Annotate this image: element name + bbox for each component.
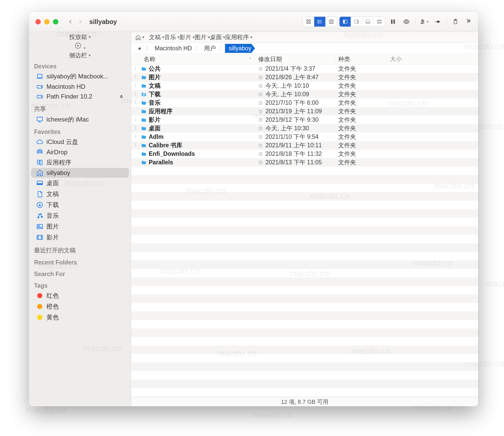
sidebar-item[interactable]: 影片: [31, 232, 129, 243]
view-column-button[interactable]: [326, 17, 337, 27]
sidebar-section-label: Search For: [29, 267, 131, 279]
sidebar-item[interactable]: siilyaboy的 Macbook...: [31, 71, 129, 82]
sidebar-item[interactable]: 下载: [31, 199, 129, 210]
file-name: 音乐: [149, 99, 161, 107]
favbar-label: 图片: [195, 33, 207, 41]
sidebar-left-button[interactable]: [340, 17, 351, 27]
sidebar-item[interactable]: 应用程序: [31, 157, 129, 168]
file-row[interactable]: 〉 公共 2021/1/4 下午 3:37 文件夹: [131, 64, 478, 73]
eject-icon[interactable]: [119, 93, 124, 100]
disclosure-icon[interactable]: 〉: [134, 66, 139, 71]
favbar-item[interactable]: 文稿▾: [149, 33, 164, 41]
svg-point-9: [318, 23, 318, 23]
disclosure-icon[interactable]: 〉: [134, 83, 139, 88]
sidebar-item[interactable]: iCloud 云盘: [31, 136, 129, 147]
file-row[interactable]: Parallels 2021/8/13 下午 11:05 文件夹: [131, 158, 478, 167]
quicklook-button[interactable]: [401, 17, 412, 27]
col-size-header[interactable]: 大小: [387, 55, 478, 63]
sidebar-right-button[interactable]: [351, 17, 362, 27]
sidebar-item[interactable]: 文稿: [31, 189, 129, 199]
path-crumb[interactable]: sillyaboy: [225, 44, 255, 53]
file-row[interactable]: Enfi_Downloads 2021/8/18 下午 11:32 文件夹: [131, 150, 478, 158]
disclosure-icon[interactable]: 〉: [134, 75, 139, 80]
file-row[interactable]: 〉 图片 2021/8/26 上午 8:47 文件夹: [131, 73, 478, 82]
view-list-button[interactable]: [314, 17, 326, 27]
crumb-label: Macintosh HD: [155, 45, 192, 52]
file-row[interactable]: 〉 Adlm 2021/1/10 下午 9:54 文件夹: [131, 133, 478, 141]
back-button[interactable]: [66, 17, 75, 27]
favbar-item[interactable]: 影片▾: [179, 33, 195, 41]
panel-bottom-button[interactable]: [362, 17, 374, 27]
burn-icon[interactable]: ▾: [29, 42, 131, 50]
col-kind-header[interactable]: 种类: [335, 54, 387, 64]
disclosure-icon[interactable]: 〉: [134, 134, 139, 140]
file-row[interactable]: 〉 Calibre 书库 2021/9/11 上午 10:11 文件夹: [131, 141, 478, 150]
file-name: Adlm: [149, 133, 164, 140]
favbar-item[interactable]: 应用程序▾: [225, 33, 252, 41]
file-list[interactable]: 〉 公共 2021/1/4 下午 3:37 文件夹 〉 图片 2021/8/26…: [131, 64, 478, 397]
panel-stack-button[interactable]: [374, 17, 385, 27]
sidebar-toggle[interactable]: 侧边栏 ▾: [29, 51, 131, 59]
disclosure-icon[interactable]: 〉: [134, 126, 139, 131]
svg-rect-1: [309, 20, 310, 21]
sidebar-item[interactable]: 图片: [31, 221, 129, 232]
sidebar-item[interactable]: 红色: [31, 290, 129, 301]
crumb-apple-icon[interactable]: [135, 45, 145, 52]
sidebar-item-label: siilyaboy的 Macbook...: [46, 72, 108, 80]
sidebar-item-label: Path Finder 10.2: [46, 93, 92, 100]
disclosure-icon[interactable]: 〉: [134, 92, 139, 97]
disclosure-icon[interactable]: 〉: [134, 100, 139, 106]
file-row[interactable]: 〉 下载 今天, 上午 10:09 文件夹: [131, 90, 478, 99]
col-name-header[interactable]: 名称 ⌃: [131, 54, 255, 64]
clock-icon: [258, 118, 263, 122]
folder-icon: [140, 160, 147, 165]
favbar-home-icon[interactable]: ▾: [135, 35, 144, 40]
favbar-item[interactable]: 音乐▾: [164, 33, 179, 41]
file-row[interactable]: 〉 桌面 今天, 上午 10:30 文件夹: [131, 124, 478, 133]
view-icon-button[interactable]: [303, 17, 314, 27]
svg-point-30: [421, 23, 422, 24]
clipboard-button[interactable]: [450, 17, 461, 27]
favbar-item[interactable]: 图片▾: [195, 33, 210, 41]
disclosure-icon[interactable]: 〉: [134, 117, 139, 123]
toolbar-overflow-button[interactable]: [465, 18, 471, 26]
sidebar-item[interactable]: sillyaboy: [31, 168, 129, 178]
disclosure-icon[interactable]: 〉: [134, 143, 139, 148]
arrange-button[interactable]: ▾: [419, 17, 430, 27]
sidebar-item[interactable]: 桌面: [31, 178, 129, 189]
file-row[interactable]: 〉 文稿 今天, 上午 10:10 文件夹: [131, 82, 478, 90]
sidebar-item[interactable]: 橙色: [31, 301, 129, 312]
file-row[interactable]: 应用程序 2021/3/19 上午 11:09 文件夹: [131, 107, 478, 116]
sidebar-item[interactable]: 音乐: [31, 210, 129, 221]
chevron-down-icon: ▾: [193, 35, 195, 40]
svg-point-29: [423, 21, 424, 22]
dual-pane-button[interactable]: [387, 17, 399, 27]
path-crumb[interactable]: 用户: [201, 44, 218, 53]
svg-rect-49: [37, 183, 43, 185]
zoom-button[interactable]: [53, 19, 58, 25]
col-size-label: 大小: [390, 56, 402, 62]
col-date-header[interactable]: 修改日期: [255, 54, 335, 64]
forward-button[interactable]: [75, 17, 85, 27]
sidebar-item-label: 文稿: [46, 190, 59, 198]
sidebar-item[interactable]: icheese的 iMac: [31, 114, 129, 125]
path-crumb[interactable]: Macintosh HD: [152, 44, 194, 53]
favbar-label: 影片: [179, 33, 191, 41]
folder-icon: [140, 83, 147, 89]
svg-rect-18: [366, 22, 370, 23]
sidebar-item[interactable]: 黄色: [31, 312, 129, 323]
sidebar-dropbox[interactable]: 投放箱 ▾: [29, 33, 131, 41]
minimize-button[interactable]: [44, 19, 50, 25]
sidebar-item[interactable]: Path Finder 10.2: [31, 92, 129, 101]
sidebar-item[interactable]: Macintosh HD: [31, 82, 129, 92]
svg-rect-14: [343, 20, 345, 23]
file-row[interactable]: 〉 音乐 2021/7/10 下午 6:00 文件夹: [131, 99, 478, 107]
sidebar-item[interactable]: AirDrop: [31, 147, 129, 157]
folder-icon: [140, 134, 147, 140]
action-button[interactable]: [432, 17, 443, 27]
close-button[interactable]: [35, 19, 41, 25]
file-kind: 文件夹: [338, 142, 356, 149]
chevron-down-icon: ▾: [142, 35, 144, 40]
favbar-item[interactable]: 桌面▾: [210, 33, 225, 41]
file-row[interactable]: 〉 影片 2021/9/12 下午 9:30 文件夹: [131, 116, 478, 124]
